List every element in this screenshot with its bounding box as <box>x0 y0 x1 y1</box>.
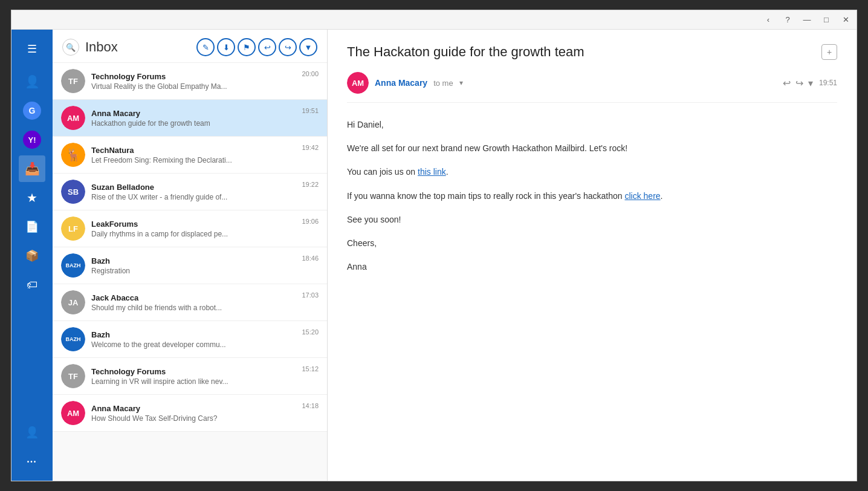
compose-icon: ✎ <box>202 43 209 52</box>
body-line6: Anna <box>347 259 837 275</box>
email-time: 14:18 <box>302 401 319 409</box>
sidebar-icon-tags[interactable]: 🏷 <box>19 272 45 298</box>
sender-name: Anna Macary <box>375 78 427 88</box>
tag-icon: 🏷 <box>27 279 37 291</box>
email-item[interactable]: BAZH Bazh Welcome to the great developer… <box>53 321 327 358</box>
minimize-button[interactable]: — <box>801 15 813 24</box>
download-button[interactable]: ⬇ <box>217 38 235 56</box>
more-options-button[interactable]: ▼ <box>299 38 317 56</box>
email-item[interactable]: 🦌 TechNatura Let Freedom Sing: Remixing … <box>53 137 327 174</box>
email-subject: Daily rhythms in a camp for displaced pe… <box>91 230 296 238</box>
sidebar: ☰ 👤 G Y! 📥 ★ 📄 📦 🏷 <box>11 30 53 481</box>
caret-icon: ▼ <box>305 43 313 52</box>
message-actions: ↩ ↪ ▾ <box>783 77 813 89</box>
email-item[interactable]: AM Anna Macary How Should We Tax Self-Dr… <box>53 395 327 432</box>
email-item[interactable]: TF Technology Forums Learning in VR will… <box>53 358 327 395</box>
email-time: 18:46 <box>302 253 319 262</box>
this-link[interactable]: this link <box>418 167 446 177</box>
sender-avatar-initials: AM <box>347 72 369 94</box>
email-body: Bazh Welcome to the great developer comm… <box>91 330 296 349</box>
sidebar-icon-more[interactable]: ••• <box>19 448 45 475</box>
email-avatar: SB <box>61 180 85 204</box>
sidebar-icon-downloads[interactable]: 📦 <box>19 242 45 269</box>
sidebar-icon-google[interactable]: G <box>19 97 45 124</box>
email-avatar: LF <box>61 216 85 241</box>
sidebar-icon-contacts[interactable]: 👤 <box>19 419 45 446</box>
message-meta: AM Anna Macary to me ▾ ↩ ↪ ▾ 19:51 <box>347 72 837 103</box>
body-line3-post: . <box>661 191 663 201</box>
flag-button[interactable]: ⚑ <box>238 38 256 56</box>
email-sender: Technology Forums <box>91 367 296 376</box>
email-sender: Anna Macary <box>91 109 296 118</box>
email-time: 19:51 <box>302 106 319 114</box>
email-avatar: BAZH <box>61 253 85 278</box>
more-icon: ••• <box>27 458 37 465</box>
email-subject: Registration <box>91 267 296 275</box>
sidebar-icon-inbox[interactable]: 📥 <box>19 155 45 182</box>
message-body: Hi Daniel, We're all set for our next br… <box>347 117 837 283</box>
body-line1: We're all set for our next brand new Gro… <box>347 141 837 156</box>
sidebar-icon-documents[interactable]: 📄 <box>19 213 45 240</box>
email-subject: Let Freedom Sing: Remixing the Declarati… <box>91 156 296 164</box>
body-line4: See you soon! <box>347 212 837 227</box>
forward-icon: ↪ <box>285 43 291 52</box>
email-subject: Should my child be friends with a robot.… <box>91 304 296 312</box>
email-time: 19:22 <box>302 180 319 188</box>
email-body: TechNatura Let Freedom Sing: Remixing th… <box>91 146 296 164</box>
sender-to: to me <box>433 79 453 88</box>
email-subject: Learning in VR will inspire action like … <box>91 377 296 386</box>
main-content: ☰ 👤 G Y! 📥 ★ 📄 📦 🏷 <box>11 30 857 481</box>
reply-button[interactable]: ↩ <box>258 38 276 56</box>
email-subject: Welcome to the great developer commu... <box>91 340 296 349</box>
sidebar-icon-menu[interactable]: ☰ <box>19 36 45 62</box>
email-sender: Technology Forums <box>91 72 296 81</box>
users-icon: 👤 <box>25 74 40 89</box>
body-line2: You can jois us on this link. <box>347 164 837 180</box>
sidebar-icon-favorites[interactable]: ★ <box>19 184 45 211</box>
download-icon: 📦 <box>25 249 39 262</box>
email-item[interactable]: TF Technology Forums Virtual Reality is … <box>53 63 327 100</box>
email-item[interactable]: AM Anna Macary Hackathon guide for the g… <box>53 100 327 137</box>
search-icon: 🔍 <box>66 43 76 52</box>
body-line3: If you wanna know the top main tips to r… <box>347 189 837 204</box>
email-item[interactable]: BAZH Bazh Registration 18:46 <box>53 247 327 284</box>
email-item[interactable]: LF LeakForums Daily rhythms in a camp fo… <box>53 210 327 247</box>
email-time: 19:42 <box>302 143 319 151</box>
email-subject: How Should We Tax Self-Driving Cars? <box>91 414 296 423</box>
sidebar-icon-accounts[interactable]: 👤 <box>19 68 45 95</box>
close-button[interactable]: ✕ <box>840 15 852 24</box>
email-time: 20:00 <box>302 69 319 77</box>
email-body: Suzan Belladone Rise of the UX writer - … <box>91 183 296 201</box>
email-avatar: TF <box>61 69 85 93</box>
email-sender: Bazh <box>91 330 296 339</box>
reply-message-button[interactable]: ↩ <box>783 77 791 89</box>
email-actions: ✎ ⬇ ⚑ ↩ ↪ ▼ <box>196 38 317 56</box>
back-button[interactable]: ‹ <box>762 15 774 24</box>
compose-button[interactable]: ✎ <box>196 38 215 56</box>
message-view: The Hackaton guide for the growth team +… <box>328 30 857 481</box>
forward-message-button[interactable]: ↪ <box>795 77 803 89</box>
email-body: Technology Forums Virtual Reality is the… <box>91 72 296 91</box>
inbox-title: Inbox <box>85 39 190 55</box>
body-line2-post: . <box>446 167 449 177</box>
sidebar-icon-yahoo[interactable]: Y! <box>19 126 45 153</box>
email-sender: Jack Abacca <box>91 293 296 302</box>
email-subject: Rise of the UX writer - a friendly guide… <box>91 193 296 201</box>
email-item[interactable]: SB Suzan Belladone Rise of the UX writer… <box>53 174 327 210</box>
more-message-button[interactable]: ▾ <box>808 77 813 89</box>
forward-button[interactable]: ↪ <box>279 38 297 56</box>
email-item[interactable]: JA Jack Abacca Should my child be friend… <box>53 284 327 321</box>
email-body: LeakForums Daily rhythms in a camp for d… <box>91 219 296 238</box>
expand-recipients-button[interactable]: ▾ <box>459 79 463 87</box>
email-avatar: AM <box>61 401 85 425</box>
email-avatar: BAZH <box>61 327 85 351</box>
click-here-link[interactable]: click here <box>624 191 660 201</box>
add-icon: + <box>827 47 832 57</box>
help-button[interactable]: ? <box>782 15 794 24</box>
message-title: The Hackaton guide for the growth team <box>347 44 814 60</box>
add-tab-button[interactable]: + <box>821 44 837 60</box>
search-button[interactable]: 🔍 <box>62 39 79 56</box>
email-sender: Anna Macary <box>91 404 296 413</box>
maximize-button[interactable]: □ <box>820 15 832 24</box>
email-avatar: 🦌 <box>61 143 85 167</box>
